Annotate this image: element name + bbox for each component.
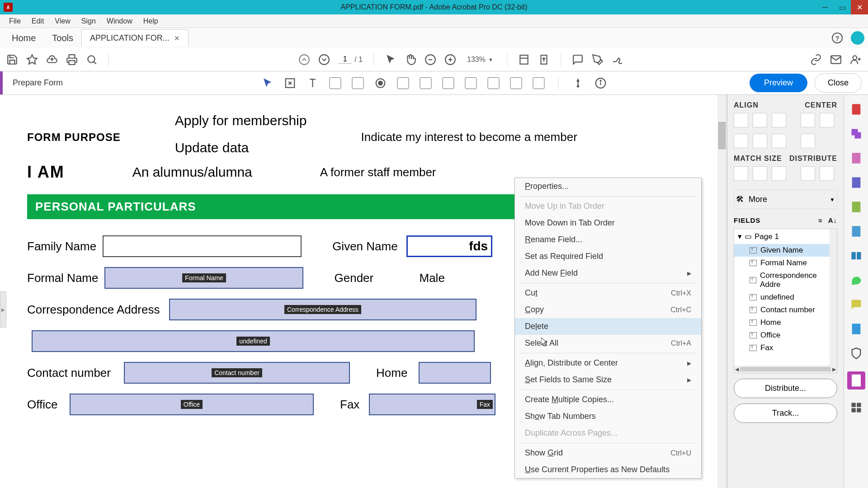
- home-field[interactable]: [419, 362, 491, 384]
- more-tools-icon[interactable]: [850, 401, 863, 414]
- maximize-button[interactable]: ▭: [834, 0, 851, 14]
- align-middle-icon[interactable]: [753, 134, 767, 148]
- family-name-field[interactable]: [103, 235, 302, 257]
- create-pdf-icon[interactable]: [850, 103, 863, 116]
- cm-copy[interactable]: CopyCtrl+C: [515, 301, 701, 318]
- center-h-icon[interactable]: [801, 113, 815, 127]
- share-user-icon[interactable]: [850, 54, 862, 66]
- combine-icon[interactable]: [850, 127, 863, 140]
- signature-tool-icon[interactable]: [510, 77, 522, 89]
- edit-pdf-icon[interactable]: [850, 152, 863, 164]
- save-icon[interactable]: [6, 54, 18, 66]
- left-expand-handle[interactable]: ▶: [0, 291, 6, 328]
- button-tool-icon[interactable]: [443, 77, 454, 89]
- tree-item-given-name[interactable]: Given Name: [734, 244, 837, 257]
- document-scrollbar[interactable]: [717, 95, 726, 488]
- center-v-icon[interactable]: [820, 113, 834, 127]
- cm-create-multiple[interactable]: Create Multiple Copies...: [515, 391, 701, 408]
- tab-close-icon[interactable]: ✕: [174, 34, 180, 42]
- fields-tree[interactable]: ▾▭Page 1 Given Name Formal Name Correspo…: [734, 229, 837, 373]
- tab-order-icon[interactable]: A↓: [828, 216, 837, 224]
- distribute-h-icon[interactable]: [801, 166, 815, 181]
- export-icon[interactable]: [850, 225, 863, 238]
- menu-file[interactable]: File: [5, 15, 25, 27]
- tab-home[interactable]: Home: [4, 29, 44, 47]
- tree-item-home[interactable]: Home: [734, 316, 837, 329]
- cm-move-down[interactable]: Move Down in Tab Order: [515, 215, 701, 231]
- tree-scrollbar-v[interactable]: [830, 229, 837, 373]
- menu-help[interactable]: Help: [139, 15, 163, 27]
- avatar[interactable]: [851, 31, 864, 45]
- checkbox-tool-icon[interactable]: [352, 77, 364, 89]
- email-icon[interactable]: [830, 54, 842, 66]
- tree-item-fax[interactable]: Fax: [734, 342, 837, 354]
- image-field-icon[interactable]: [465, 77, 477, 89]
- match-both-icon[interactable]: [772, 166, 786, 181]
- print-icon[interactable]: [66, 54, 78, 66]
- cloud-upload-icon[interactable]: [46, 54, 58, 66]
- tree-item-formal-name[interactable]: Formal Name: [734, 257, 837, 269]
- hand-tool-icon[interactable]: [405, 54, 416, 66]
- center-both-icon[interactable]: [801, 134, 815, 148]
- match-height-icon[interactable]: [753, 166, 767, 181]
- fax-field[interactable]: Fax: [369, 394, 495, 415]
- star-icon[interactable]: [26, 54, 38, 66]
- page-input[interactable]: [338, 55, 352, 64]
- menu-edit[interactable]: Edit: [27, 15, 49, 27]
- tree-item-undefined[interactable]: undefined: [734, 291, 837, 304]
- minimize-button[interactable]: ─: [816, 0, 834, 14]
- dropdown-tool-icon[interactable]: [420, 77, 432, 89]
- cm-show-grid[interactable]: Show GridCtrl+U: [515, 445, 701, 461]
- undefined-field[interactable]: undefined: [32, 330, 475, 352]
- barcode-tool-icon[interactable]: [533, 77, 545, 89]
- align-top-icon[interactable]: [734, 134, 748, 148]
- tree-item-contact[interactable]: Contact number: [734, 304, 837, 316]
- close-prepare-button[interactable]: Close: [815, 73, 862, 93]
- help-icon[interactable]: ?: [832, 33, 843, 43]
- organize-icon[interactable]: [850, 249, 863, 262]
- radio-tool-icon[interactable]: [375, 77, 387, 89]
- pin-icon[interactable]: [572, 77, 584, 89]
- cm-use-current-props[interactable]: Use Current Properties as New Defaults: [515, 461, 701, 478]
- cm-same-size[interactable]: Set Fields to Same Size▶: [515, 371, 701, 388]
- menu-window[interactable]: Window: [102, 15, 137, 27]
- track-button[interactable]: Track...: [734, 404, 837, 423]
- comment-icon[interactable]: [572, 54, 584, 66]
- fill-sign-icon[interactable]: [850, 201, 863, 213]
- match-width-icon[interactable]: [734, 166, 748, 181]
- page-up-icon[interactable]: [298, 54, 310, 66]
- page-down-icon[interactable]: [318, 54, 330, 66]
- fit-page-icon[interactable]: [538, 54, 550, 66]
- align-center-h-icon[interactable]: [753, 113, 767, 127]
- close-window-button[interactable]: ✕: [851, 0, 868, 14]
- cm-select-all[interactable]: Select AllCtrl+A: [515, 335, 701, 352]
- cm-set-required[interactable]: Set as Required Field: [515, 248, 701, 265]
- align-bottom-icon[interactable]: [772, 134, 786, 148]
- request-sign-icon[interactable]: [850, 176, 863, 189]
- select-tool-icon[interactable]: [262, 77, 274, 89]
- text-field-icon[interactable]: [307, 77, 319, 89]
- cm-show-tab-numbers[interactable]: Show Tab Numbers: [515, 408, 701, 425]
- info-icon[interactable]: [595, 77, 607, 89]
- distribute-v-icon[interactable]: [820, 166, 834, 181]
- sign-icon[interactable]: [612, 54, 623, 66]
- preview-button[interactable]: Preview: [750, 74, 807, 92]
- more-dropdown[interactable]: 🛠More ▼: [734, 190, 837, 209]
- edit-text-icon[interactable]: [284, 77, 296, 89]
- text-field-tool-icon[interactable]: [330, 77, 341, 89]
- formal-name-field[interactable]: Formal Name: [104, 267, 303, 289]
- zoom-out-icon[interactable]: [425, 54, 436, 66]
- correspondence-field[interactable]: Correspondence Address: [169, 299, 476, 320]
- cm-add-new-field[interactable]: Add New Field▶: [515, 265, 701, 282]
- cm-rename[interactable]: Rename Field...: [515, 231, 701, 248]
- search-icon[interactable]: [86, 54, 98, 66]
- scrollbar-thumb[interactable]: [718, 122, 726, 149]
- scan-icon[interactable]: [850, 323, 863, 335]
- protect-icon[interactable]: [850, 347, 863, 360]
- sort-icon[interactable]: ≡: [818, 216, 823, 224]
- highlight-icon[interactable]: [592, 54, 604, 66]
- zoom-in-icon[interactable]: [444, 54, 456, 66]
- cm-delete[interactable]: Delete: [515, 318, 701, 335]
- send-comments-icon[interactable]: [850, 274, 863, 286]
- tab-tools[interactable]: Tools: [44, 29, 81, 47]
